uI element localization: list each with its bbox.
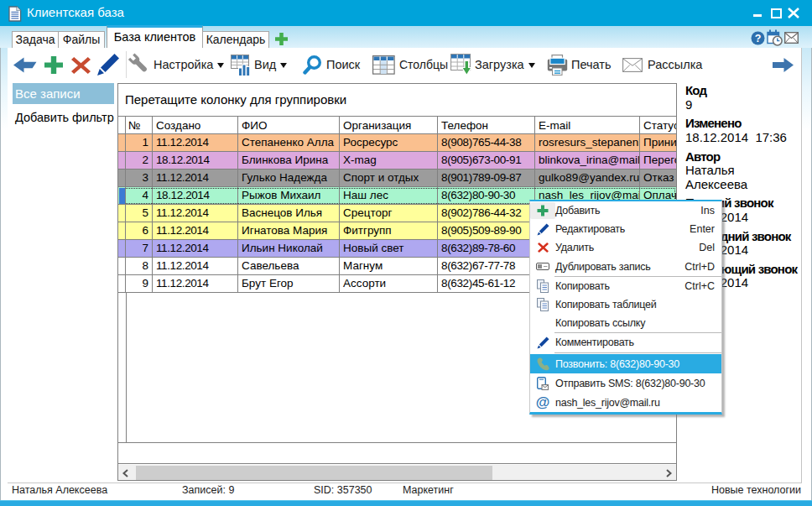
- svg-text:?: ?: [755, 33, 762, 44]
